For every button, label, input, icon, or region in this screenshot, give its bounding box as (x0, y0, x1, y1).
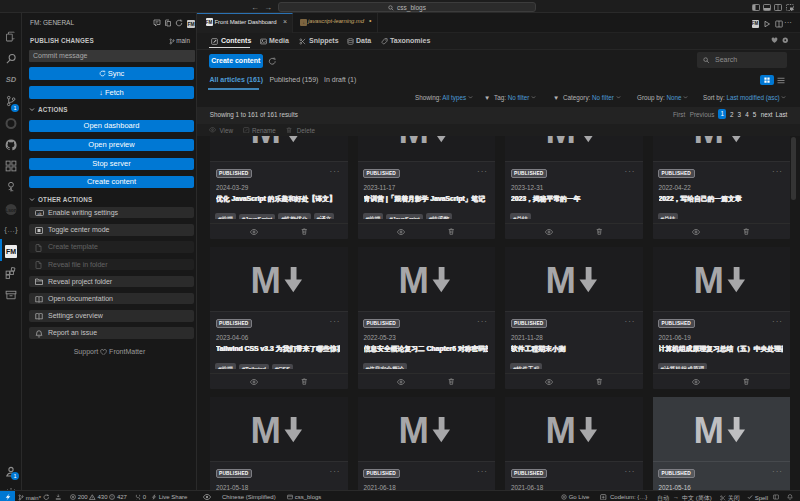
svg-text:M: M (252, 136, 281, 143)
svg-text:M: M (400, 136, 429, 143)
svg-text:M: M (695, 266, 724, 293)
svg-text:Lson: Lson (5, 208, 17, 213)
svg-text:M: M (547, 136, 576, 143)
svg-text:M: M (400, 266, 429, 293)
svg-text:ab: ab (38, 211, 42, 215)
svg-text:M: M (252, 266, 281, 293)
svg-text:M: M (695, 136, 724, 143)
svg-text:M: M (252, 416, 281, 443)
svg-text:M: M (695, 416, 724, 443)
svg-text:M: M (547, 266, 576, 293)
svg-text:M: M (400, 416, 429, 443)
svg-text:M: M (547, 416, 576, 443)
